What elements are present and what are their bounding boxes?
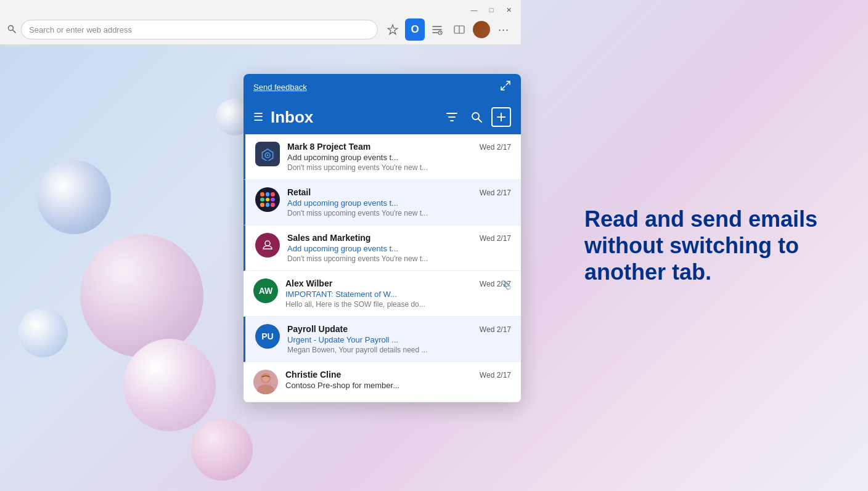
svg-line-1 [13, 30, 16, 33]
avatar-sales [255, 233, 280, 258]
email-date-payroll: Wed 2/17 [480, 325, 511, 334]
inbox-header: ☰ Inbox [244, 100, 521, 134]
email-date-mark8: Wed 2/17 [480, 143, 511, 152]
svg-point-11 [265, 241, 270, 246]
promo-heading: Read and send emails without switching t… [584, 206, 819, 286]
sphere-4 [123, 339, 216, 431]
sphere-1 [37, 160, 111, 234]
promo-text: Read and send emails without switching t… [584, 206, 819, 286]
svg-line-6 [478, 119, 482, 123]
email-subject-retail: Add upcoming group events t... [287, 198, 511, 208]
sender-name-retail: Retail [287, 187, 311, 197]
email-preview-mark8: Don't miss upcoming events You're new t.… [287, 163, 511, 172]
mail-panel: Send feedback ☰ Inbox [244, 74, 521, 402]
address-placeholder: Search or enter web address [29, 25, 132, 34]
outlook-icon: O [405, 18, 425, 41]
email-content-payroll: Payroll Update Wed 2/17 Urgent - Update … [287, 324, 511, 354]
split-screen-icon[interactable] [449, 20, 469, 39]
close-button[interactable]: ✕ [504, 5, 514, 15]
email-item-christie[interactable]: Christie Cline Wed 2/17 Contoso Pre-shop… [244, 362, 521, 402]
email-top-row-retail: Retail Wed 2/17 [287, 187, 511, 197]
sphere-2 [80, 234, 203, 357]
email-item-sales[interactable]: Sales and Marketing Wed 2/17 Add upcomin… [244, 225, 521, 271]
avatar-christie [253, 370, 278, 394]
email-preview-retail: Don't miss upcoming events You're new t.… [287, 209, 511, 217]
send-feedback-link[interactable]: Send feedback [253, 83, 307, 92]
email-top-row-sales: Sales and Marketing Wed 2/17 [287, 233, 511, 243]
hamburger-menu-icon[interactable]: ☰ [253, 110, 263, 124]
email-date-retail: Wed 2/17 [480, 189, 511, 197]
email-subject-mark8: Add upcoming group events t... [287, 153, 511, 162]
inbox-header-actions [442, 107, 511, 127]
email-subject-alex: IMPORTANT: Statement of W... [285, 290, 511, 299]
sphere-6 [191, 419, 253, 481]
avatar-payroll: PU [255, 324, 280, 349]
avatar-alex: AW [253, 278, 278, 303]
email-top-row-christie: Christie Cline Wed 2/17 [285, 370, 511, 379]
outlook-tab-button[interactable]: O [405, 20, 425, 39]
address-bar-row: Search or enter web address O [0, 17, 521, 44]
search-icon [7, 25, 16, 35]
avatar-image [473, 21, 490, 38]
email-item-mark8[interactable]: Mark 8 Project Team Wed 2/17 Add upcomin… [244, 134, 521, 180]
avatar-mark8 [255, 142, 280, 166]
email-preview-alex: Hello all, Here is the SOW file, please … [285, 300, 511, 309]
maximize-button[interactable]: □ [486, 5, 496, 15]
browser-chrome: — □ ✕ Search or enter web address O [0, 0, 521, 45]
toolbar-icons: O [383, 20, 514, 39]
email-subject-sales: Add upcoming group events t... [287, 244, 511, 253]
expand-icon[interactable] [500, 80, 511, 94]
svg-point-13 [257, 384, 274, 394]
favorites-icon[interactable] [383, 20, 403, 39]
sender-name-sales: Sales and Marketing [287, 233, 371, 243]
email-item-payroll[interactable]: PU Payroll Update Wed 2/17 Urgent - Upda… [244, 317, 521, 362]
attachment-icon: 📎 [501, 280, 511, 290]
email-top-row-alex: Alex Wilber Wed 2/17 [285, 278, 511, 288]
sender-name-payroll: Payroll Update [287, 324, 348, 334]
collections-icon[interactable] [427, 20, 447, 39]
email-item-alex[interactable]: AW Alex Wilber Wed 2/17 IMPORTANT: State… [244, 271, 521, 317]
email-content-christie: Christie Cline Wed 2/17 Contoso Pre-shop… [285, 370, 511, 390]
email-preview-sales: Don't miss upcoming events You're new t.… [287, 254, 511, 263]
email-top-row-payroll: Payroll Update Wed 2/17 [287, 324, 511, 334]
title-bar: — □ ✕ [0, 0, 521, 17]
email-preview-payroll: Megan Bowen, Your payroll details need .… [287, 346, 511, 354]
panel-top-bar: Send feedback [244, 74, 521, 100]
email-content-sales: Sales and Marketing Wed 2/17 Add upcomin… [287, 233, 511, 263]
email-content-alex: Alex Wilber Wed 2/17 IMPORTANT: Statemen… [285, 278, 511, 309]
email-subject-payroll: Urgent - Update Your Payroll ... [287, 335, 511, 344]
email-date-christie: Wed 2/17 [480, 371, 511, 379]
profile-avatar[interactable] [472, 20, 491, 39]
email-content-retail: Retail Wed 2/17 Add upcoming group event… [287, 187, 511, 217]
email-item-retail[interactable]: Retail Wed 2/17 Add upcoming group event… [244, 180, 521, 225]
new-email-button[interactable] [491, 107, 511, 127]
sphere-3 [18, 308, 68, 357]
address-input[interactable]: Search or enter web address [21, 20, 378, 39]
email-subject-christie: Contoso Pre-shop for member... [285, 381, 511, 390]
email-list: Mark 8 Project Team Wed 2/17 Add upcomin… [244, 134, 521, 402]
email-date-sales: Wed 2/17 [480, 234, 511, 243]
search-mail-icon[interactable] [467, 107, 486, 127]
svg-point-10 [267, 155, 269, 156]
sender-name-christie: Christie Cline [285, 370, 341, 379]
avatar-retail [255, 187, 280, 212]
more-options-button[interactable]: ··· [494, 20, 514, 39]
email-top-row-mark8: Mark 8 Project Team Wed 2/17 [287, 142, 511, 152]
email-content-mark8: Mark 8 Project Team Wed 2/17 Add upcomin… [287, 142, 511, 172]
sender-name-alex: Alex Wilber [285, 278, 332, 288]
minimize-button[interactable]: — [469, 5, 479, 15]
sender-name-mark8: Mark 8 Project Team [287, 142, 371, 152]
filter-icon[interactable] [442, 107, 462, 127]
inbox-title: Inbox [271, 108, 435, 127]
